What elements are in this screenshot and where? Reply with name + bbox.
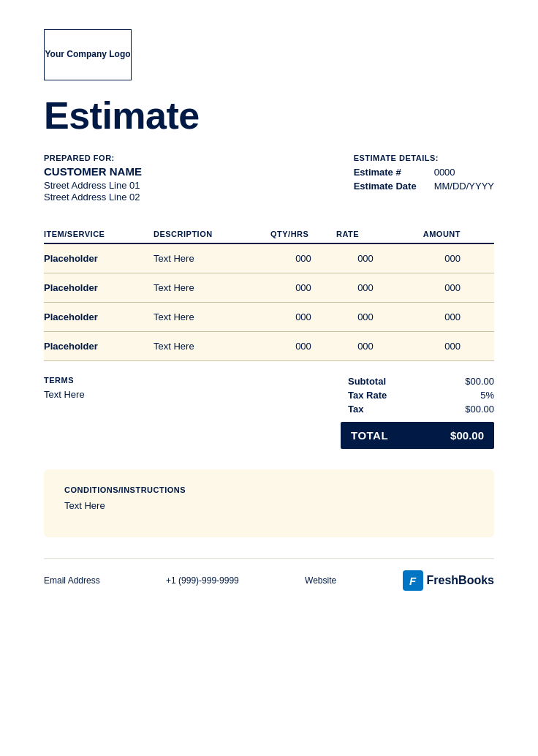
cell-qty-2: 000 <box>270 311 336 322</box>
tax-label: Tax <box>348 404 363 415</box>
freshbooks-brand: F FreshBooks <box>403 570 494 591</box>
header-info: PREPARED FOR: CUSTOMER NAME Street Addre… <box>44 154 494 203</box>
terms-text: Text Here <box>44 389 341 400</box>
cell-item-3: Placeholder <box>44 341 154 352</box>
table-row: Placeholder Text Here 000 000 000 <box>44 303 494 332</box>
cell-item-0: Placeholder <box>44 253 154 264</box>
total-label: TOTAL <box>351 429 388 442</box>
cell-rate-2: 000 <box>336 311 395 322</box>
footer-phone: +1 (999)-999-9999 <box>166 575 239 586</box>
prepared-for-label: PREPARED FOR: <box>44 154 142 162</box>
cell-amount-0: 000 <box>395 253 461 264</box>
address-line-2: Street Address Line 02 <box>44 192 142 203</box>
summary-section: Subtotal $00.00 Tax Rate 5% Tax $00.00 T… <box>341 376 494 449</box>
subtotal-row: Subtotal $00.00 <box>348 376 494 387</box>
estimate-number-value: 0000 <box>434 167 455 178</box>
table-body: Placeholder Text Here 000 000 000 Placeh… <box>44 244 494 361</box>
total-value: $00.00 <box>450 429 484 442</box>
col-amount: AMOUNT <box>395 230 461 238</box>
cell-amount-2: 000 <box>395 311 461 322</box>
estimate-details-section: ESTIMATE DETAILS: Estimate # 0000 Estima… <box>354 154 494 203</box>
footer-email: Email Address <box>44 575 100 586</box>
estimate-date-key: Estimate Date <box>354 181 434 192</box>
col-item-service: ITEM/SERVICE <box>44 230 154 238</box>
freshbooks-icon: F <box>403 570 423 591</box>
footer: Email Address +1 (999)-999-9999 Website … <box>44 558 494 604</box>
col-rate: RATE <box>336 230 395 238</box>
subtotal-label: Subtotal <box>348 376 386 387</box>
conditions-text: Text Here <box>64 500 474 511</box>
cell-qty-3: 000 <box>270 341 336 352</box>
prepared-for-section: PREPARED FOR: CUSTOMER NAME Street Addre… <box>44 154 142 203</box>
table-row: Placeholder Text Here 000 000 000 <box>44 244 494 273</box>
estimate-details-label: ESTIMATE DETAILS: <box>354 154 494 162</box>
table-row: Placeholder Text Here 000 000 000 <box>44 273 494 303</box>
footer-website: Website <box>305 575 336 586</box>
table-row: Placeholder Text Here 000 000 000 <box>44 332 494 361</box>
col-description: DESCRIPTION <box>154 230 270 238</box>
col-qty: QTY/HRS <box>270 230 336 238</box>
estimate-date-value: MM/DD/YYYY <box>434 181 494 192</box>
freshbooks-text: FreshBooks <box>427 574 494 587</box>
customer-name: CUSTOMER NAME <box>44 165 142 178</box>
conditions-section: CONDITIONS/INSTRUCTIONS Text Here <box>44 469 494 537</box>
tax-rate-label: Tax Rate <box>348 390 387 401</box>
cell-amount-1: 000 <box>395 282 461 293</box>
subtotal-value: $00.00 <box>465 376 494 387</box>
estimate-number-key: Estimate # <box>354 167 434 178</box>
items-table: ITEM/SERVICE DESCRIPTION QTY/HRS RATE AM… <box>44 230 494 361</box>
cell-desc-0: Text Here <box>154 253 270 264</box>
conditions-label: CONDITIONS/INSTRUCTIONS <box>64 485 474 494</box>
cell-rate-3: 000 <box>336 341 395 352</box>
tax-rate-value: 5% <box>480 390 494 401</box>
estimate-date-row: Estimate Date MM/DD/YYYY <box>354 181 494 192</box>
cell-desc-3: Text Here <box>154 341 270 352</box>
address-line-1: Street Address Line 01 <box>44 180 142 191</box>
cell-desc-2: Text Here <box>154 311 270 322</box>
cell-item-2: Placeholder <box>44 311 154 322</box>
tax-value: $00.00 <box>465 404 494 415</box>
tax-rate-row: Tax Rate 5% <box>348 390 494 401</box>
cell-item-1: Placeholder <box>44 282 154 293</box>
table-header: ITEM/SERVICE DESCRIPTION QTY/HRS RATE AM… <box>44 230 494 244</box>
terms-label: TERMS <box>44 376 341 385</box>
bottom-section: TERMS Text Here Subtotal $00.00 Tax Rate… <box>44 376 494 449</box>
cell-rate-1: 000 <box>336 282 395 293</box>
terms-section: TERMS Text Here <box>44 376 341 449</box>
cell-rate-0: 000 <box>336 253 395 264</box>
tax-row: Tax $00.00 <box>348 404 494 415</box>
total-row: TOTAL $00.00 <box>341 422 494 449</box>
cell-qty-0: 000 <box>270 253 336 264</box>
company-logo: Your Company Logo <box>44 29 132 80</box>
estimate-number-row: Estimate # 0000 <box>354 167 494 178</box>
cell-amount-3: 000 <box>395 341 461 352</box>
cell-qty-1: 000 <box>270 282 336 293</box>
cell-desc-1: Text Here <box>154 282 270 293</box>
page: Your Company Logo Estimate PREPARED FOR:… <box>0 0 538 756</box>
page-title: Estimate <box>44 94 494 137</box>
